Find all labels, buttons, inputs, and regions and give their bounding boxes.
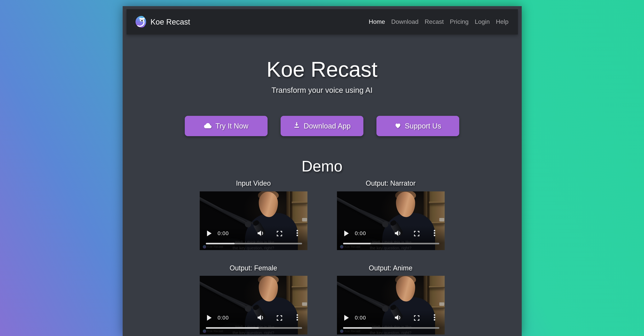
video-player[interactable]: - Well, I think this is like the key que…	[200, 191, 307, 250]
nav-link-pricing[interactable]: Pricing	[447, 19, 472, 25]
fullscreen-button[interactable]	[276, 315, 282, 321]
controls-scrim	[200, 310, 307, 334]
otter-logo-icon	[132, 15, 146, 29]
nav-links: Home Download Recast Pricing Login Help	[366, 9, 512, 35]
demo-heading: Demo	[122, 157, 522, 175]
current-time: 0:00	[355, 314, 366, 321]
content-panel: Koe Recast Home Download Recast Pricing …	[122, 6, 522, 336]
volume-button[interactable]	[258, 314, 264, 321]
buffered-bar	[343, 243, 371, 244]
more-options-button[interactable]	[296, 314, 298, 321]
play-button[interactable]	[206, 230, 212, 236]
controls-scrim	[200, 225, 307, 250]
nav-link-help[interactable]: Help	[493, 19, 512, 25]
video-label: Output: Narrator	[337, 179, 444, 188]
video-card: Output: Anime - Well, I thi	[337, 264, 444, 334]
more-options-button[interactable]	[296, 230, 298, 236]
volume-button[interactable]	[258, 230, 264, 236]
video-card: Output: Female - Well, I th	[200, 264, 307, 334]
controls-scrim	[337, 310, 444, 334]
page-background: Koe Recast Home Download Recast Pricing …	[0, 0, 644, 336]
video-label: Output: Female	[200, 264, 307, 272]
nav-link-home[interactable]: Home	[366, 19, 388, 25]
buffered-bar	[206, 327, 258, 329]
page-title: Koe Recast	[122, 56, 522, 82]
demo-video-grid: Input Video - Well, I think	[200, 179, 444, 334]
controls-scrim	[337, 225, 444, 250]
video-timeline[interactable]	[343, 243, 439, 244]
more-options-button[interactable]	[433, 314, 435, 321]
cta-button-row: Try It Now Download App	[122, 116, 522, 136]
current-time: 0:00	[218, 314, 229, 321]
video-player[interactable]: - Well, I think this is like the key que…	[337, 191, 444, 250]
video-player[interactable]: - Well, I think this is like the key que…	[337, 276, 444, 334]
download-app-button[interactable]: Download App	[280, 116, 364, 136]
video-label: Output: Anime	[337, 264, 444, 272]
support-us-button[interactable]: Support Us	[376, 116, 459, 136]
play-button[interactable]	[206, 315, 212, 321]
navbar: Koe Recast Home Download Recast Pricing …	[126, 9, 518, 35]
brand-link[interactable]: Koe Recast	[132, 15, 190, 29]
try-it-now-button[interactable]: Try It Now	[185, 116, 268, 136]
video-label: Input Video	[200, 179, 307, 188]
buffered-bar	[206, 243, 234, 244]
video-card: Output: Narrator - Well, I	[337, 179, 444, 250]
nav-link-login[interactable]: Login	[472, 19, 493, 25]
volume-button[interactable]	[395, 230, 401, 236]
video-timeline[interactable]	[206, 243, 302, 244]
video-card: Input Video - Well, I think	[200, 179, 307, 250]
play-button[interactable]	[344, 315, 349, 321]
fullscreen-button[interactable]	[414, 231, 419, 236]
volume-button[interactable]	[395, 314, 401, 321]
fullscreen-button[interactable]	[414, 315, 419, 321]
current-time: 0:00	[218, 230, 229, 236]
download-icon	[293, 122, 300, 130]
video-timeline[interactable]	[343, 327, 439, 329]
buffered-bar	[343, 327, 372, 329]
current-time: 0:00	[355, 230, 366, 236]
nav-link-recast[interactable]: Recast	[422, 19, 447, 25]
cloud-icon	[204, 122, 212, 130]
fullscreen-button[interactable]	[276, 231, 282, 236]
video-timeline[interactable]	[206, 327, 302, 329]
more-options-button[interactable]	[433, 230, 435, 236]
play-button[interactable]	[344, 230, 349, 236]
video-player[interactable]: - Well, I think this is like the key que…	[200, 276, 307, 334]
page-subtitle: Transform your voice using AI	[122, 84, 522, 96]
nav-link-download[interactable]: Download	[388, 19, 422, 25]
heart-icon	[394, 122, 401, 130]
brand-name: Koe Recast	[150, 18, 190, 26]
